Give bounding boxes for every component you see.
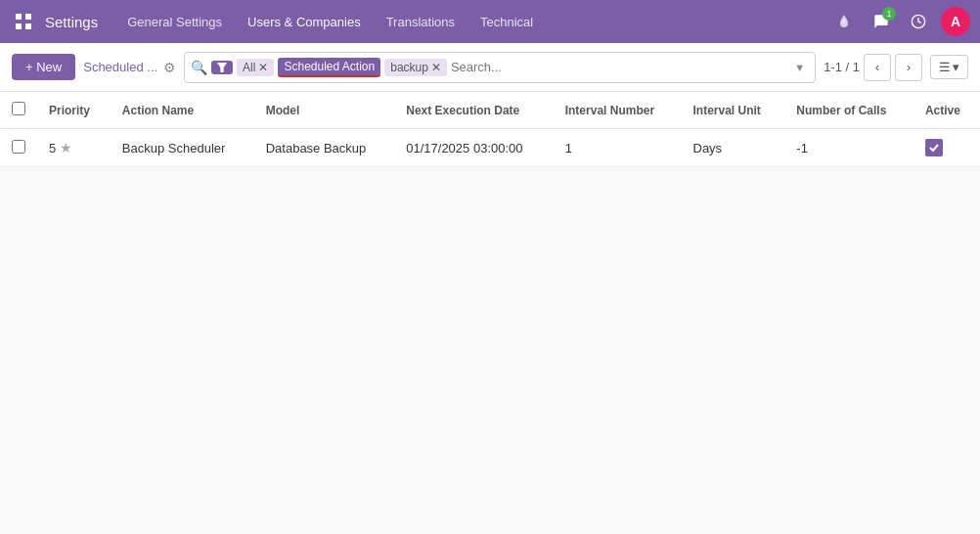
navbar-links: General Settings Users & Companies Trans… xyxy=(117,11,829,33)
filter-tag-backup[interactable]: backup ✕ xyxy=(384,59,447,76)
search-input[interactable] xyxy=(451,60,786,74)
fire-button[interactable] xyxy=(829,7,859,36)
active-checkbox[interactable] xyxy=(925,139,943,156)
filter-button[interactable] xyxy=(211,61,233,74)
navbar-link-translations[interactable]: Translations xyxy=(377,11,465,33)
navbar-link-users-companies[interactable]: Users & Companies xyxy=(238,11,371,33)
row-interval-unit: Days xyxy=(682,129,785,167)
prev-page-button[interactable]: ‹ xyxy=(864,54,891,81)
svg-rect-3 xyxy=(25,23,31,29)
pagination: 1-1 / 1 ‹ › xyxy=(824,54,922,81)
header-next-execution[interactable]: Next Execution Date xyxy=(394,92,553,129)
header-action-name[interactable]: Action Name xyxy=(111,92,254,129)
navbar-link-general-settings[interactable]: General Settings xyxy=(117,11,232,33)
table-header-row: Priority Action Name Model Next Executio… xyxy=(0,92,980,129)
header-model[interactable]: Model xyxy=(254,92,395,129)
table-wrapper: Priority Action Name Model Next Executio… xyxy=(0,92,980,167)
row-number-calls: -1 xyxy=(784,129,913,167)
pagination-range: 1-1 / 1 xyxy=(824,60,860,74)
breadcrumb-text[interactable]: Scheduled ... xyxy=(83,60,157,74)
filter-tag-backup-close[interactable]: ✕ xyxy=(431,62,441,73)
svg-rect-2 xyxy=(16,23,22,29)
gear-icon[interactable]: ⚙ xyxy=(163,60,176,75)
view-options-button[interactable]: ☰ ▾ xyxy=(930,55,968,79)
filter-tag-scheduled-action[interactable]: Scheduled Action xyxy=(278,58,380,77)
header-active[interactable]: Active xyxy=(913,92,980,129)
svg-rect-0 xyxy=(16,14,22,20)
table-row: 5 ★ Backup Scheduler Database Backup 01/… xyxy=(0,129,980,167)
chat-badge: 1 xyxy=(882,7,896,21)
header-number-calls[interactable]: Number of Calls xyxy=(784,92,913,129)
grid-icon[interactable] xyxy=(10,8,37,35)
row-active xyxy=(913,129,980,167)
search-icon: 🔍 xyxy=(191,60,207,75)
scheduled-actions-table: Priority Action Name Model Next Executio… xyxy=(0,92,980,167)
priority-stars: ★ xyxy=(60,140,72,156)
filter-tag-all[interactable]: All ✕ xyxy=(237,59,274,76)
row-checkbox[interactable] xyxy=(12,140,25,154)
select-all-checkbox[interactable] xyxy=(12,102,25,115)
navbar-right: 1 A xyxy=(829,7,970,36)
row-checkbox-cell xyxy=(0,129,37,167)
search-dropdown-button[interactable]: ▼ xyxy=(790,62,809,73)
row-priority: 5 ★ xyxy=(37,129,111,167)
navbar-link-technical[interactable]: Technical xyxy=(470,11,543,33)
new-button[interactable]: + New xyxy=(12,54,75,80)
header-priority[interactable]: Priority xyxy=(37,92,111,129)
row-action-name[interactable]: Backup Scheduler xyxy=(111,129,254,167)
search-bar: 🔍 All ✕ Scheduled Action backup ✕ ▼ xyxy=(184,52,816,83)
row-model: Database Backup xyxy=(254,129,395,167)
header-interval-number[interactable]: Interval Number xyxy=(554,92,682,129)
row-next-execution-date: 01/17/2025 03:00:00 xyxy=(394,129,553,167)
header-interval-unit[interactable]: Interval Unit xyxy=(682,92,785,129)
clock-button[interactable] xyxy=(904,7,933,36)
svg-rect-1 xyxy=(25,14,31,20)
app-title: Settings xyxy=(45,14,98,30)
row-interval-number: 1 xyxy=(554,129,682,167)
next-page-button[interactable]: › xyxy=(895,54,922,81)
chat-button[interactable]: 1 xyxy=(867,7,896,36)
user-avatar[interactable]: A xyxy=(941,7,970,36)
breadcrumb: Scheduled ... ⚙ xyxy=(83,60,176,75)
filter-tag-all-close[interactable]: ✕ xyxy=(258,62,268,73)
header-checkbox-col xyxy=(0,92,37,129)
subheader: + New Scheduled ... ⚙ 🔍 All ✕ Scheduled … xyxy=(0,43,980,92)
navbar: Settings General Settings Users & Compan… xyxy=(0,0,980,43)
svg-marker-5 xyxy=(217,63,227,72)
